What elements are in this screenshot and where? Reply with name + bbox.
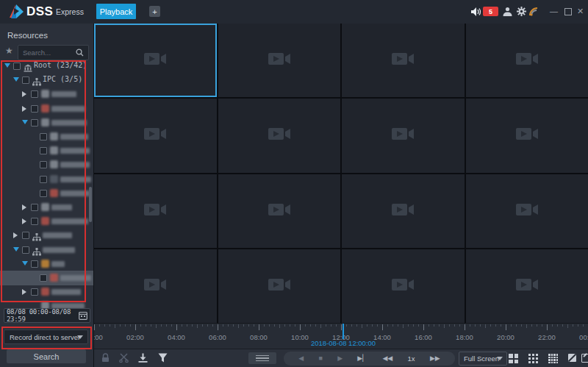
clip-scissors-icon[interactable] [119, 353, 129, 363]
expand-arrow-icon[interactable] [13, 232, 18, 238]
speed-down-button[interactable]: ◀◀ [382, 355, 392, 362]
date-range-field[interactable]: 08/08 00:00-08/08 23:59 [4, 308, 90, 323]
tree-checkbox[interactable] [31, 288, 38, 296]
tree-checkbox[interactable] [31, 260, 38, 268]
expand-arrow-icon[interactable] [22, 106, 26, 112]
close-button[interactable]: ✕ [577, 7, 584, 16]
tree-checkbox[interactable] [22, 76, 29, 84]
tree-checkbox[interactable] [13, 63, 21, 70]
add-tab-button[interactable]: + [149, 6, 160, 17]
play-button[interactable]: ▶ [337, 355, 343, 362]
device-tree[interactable]: Root (23/42)IPC (3/5) [0, 56, 93, 328]
settings-gear-icon[interactable] [517, 7, 526, 16]
alarm-speaker-icon[interactable] [471, 7, 482, 16]
video-tile-2[interactable] [218, 24, 341, 97]
video-tile-15[interactable] [342, 249, 465, 323]
tree-item-redacted[interactable] [0, 143, 93, 157]
no-video-camera-icon [268, 277, 291, 295]
tree-checkbox[interactable] [31, 90, 38, 98]
expand-arrow-icon[interactable] [22, 218, 26, 224]
split-16-button[interactable] [548, 354, 558, 363]
video-tile-12[interactable] [466, 174, 588, 248]
tree-item-redacted[interactable] [0, 200, 93, 214]
alarm-count-badge[interactable]: 5 [483, 7, 498, 16]
tree-scrollbar[interactable] [89, 187, 92, 222]
tree-item-redacted[interactable] [0, 101, 93, 115]
timeline-scrubber[interactable]: 00:0002:0004:0006:0008:0010:0012:0014:00… [94, 323, 588, 349]
video-tile-7[interactable] [342, 99, 465, 172]
tree-checkbox[interactable] [31, 105, 38, 113]
tree-item-redacted[interactable] [0, 228, 93, 242]
favorites-star-icon[interactable]: ★ [5, 46, 13, 56]
lock-icon[interactable] [101, 353, 110, 363]
tree-item-redacted[interactable] [0, 115, 93, 129]
calendar-icon[interactable] [79, 311, 87, 320]
video-tile-5[interactable] [94, 99, 217, 172]
device-blur-orange [41, 260, 49, 268]
collapse-arrow-icon[interactable] [13, 247, 19, 252]
tab-playback[interactable]: Playback [96, 4, 136, 19]
collapse-arrow-icon[interactable] [4, 63, 10, 68]
tree-item-root[interactable]: Root (23/42) [0, 59, 93, 73]
next-frame-button[interactable]: ▶▏ [357, 355, 368, 362]
record-source-dropdown[interactable]: Record direct to server [4, 329, 88, 344]
tree-item-redacted[interactable] [0, 186, 93, 200]
playhead-timestamp: 2018-08-08 12:00:00 [311, 339, 376, 347]
minimize-button[interactable]: — [550, 7, 558, 15]
speed-up-button[interactable]: ▶▶ [430, 355, 440, 362]
collapse-arrow-icon[interactable] [13, 77, 19, 82]
tree-checkbox[interactable] [22, 232, 29, 239]
split-9-button[interactable] [528, 354, 538, 363]
stop-button[interactable]: ■ [318, 355, 322, 362]
custom-split-button[interactable] [568, 354, 576, 362]
video-tile-1-selected[interactable] [94, 24, 217, 97]
video-tile-4[interactable] [466, 24, 588, 97]
tree-checkbox[interactable] [40, 190, 47, 197]
download-icon[interactable] [138, 353, 148, 363]
collapse-arrow-icon[interactable] [22, 120, 28, 124]
expand-arrow-icon[interactable] [22, 204, 26, 210]
tree-item-redacted[interactable] [0, 271, 93, 285]
tree-checkbox[interactable] [40, 274, 47, 282]
tree-item-redacted[interactable] [0, 129, 93, 143]
tree-checkbox[interactable] [40, 161, 47, 168]
expand-arrow-icon[interactable] [22, 289, 26, 295]
tree-item-redacted[interactable] [0, 172, 93, 186]
collapse-arrow-icon[interactable] [22, 261, 28, 266]
tree-item-redacted[interactable] [0, 214, 93, 228]
tree-item-redacted[interactable] [0, 243, 93, 257]
network-status-icon[interactable] [529, 6, 540, 16]
user-icon[interactable] [503, 7, 512, 16]
tree-checkbox[interactable] [22, 246, 29, 254]
tree-item-redacted[interactable] [0, 87, 93, 101]
filter-icon[interactable] [158, 353, 168, 363]
video-tile-10[interactable] [218, 174, 341, 248]
tree-checkbox[interactable] [40, 147, 47, 154]
video-tile-16[interactable] [466, 249, 588, 323]
expand-arrow-icon[interactable] [22, 91, 26, 97]
maximize-button[interactable] [564, 8, 572, 15]
tree-item-redacted[interactable] [0, 257, 93, 271]
video-tile-3[interactable] [342, 24, 465, 97]
tree-checkbox[interactable] [40, 176, 47, 183]
tree-checkbox[interactable] [31, 218, 38, 225]
tree-item-ipc[interactable]: IPC (3/5) [0, 73, 93, 87]
tree-item-redacted[interactable] [0, 285, 93, 299]
tree-item-redacted[interactable] [0, 157, 93, 171]
tree-checkbox[interactable] [31, 204, 38, 211]
video-tile-14[interactable] [218, 249, 341, 323]
video-tile-11[interactable] [342, 174, 465, 248]
search-records-button[interactable]: Search [7, 349, 86, 363]
tree-checkbox[interactable] [40, 133, 47, 140]
video-tile-9[interactable] [94, 174, 217, 248]
tree-checkbox[interactable] [31, 119, 38, 127]
reverse-play-button[interactable]: ◀ [298, 355, 304, 362]
split-4-button[interactable] [509, 354, 518, 363]
video-tile-13[interactable] [94, 249, 217, 323]
playhead-marker[interactable] [343, 324, 344, 339]
video-tile-6[interactable] [218, 99, 341, 172]
fullscreen-button[interactable] [581, 354, 588, 363]
record-type-legend-button[interactable] [248, 352, 276, 364]
screen-mode-dropdown[interactable]: Full Screen [459, 352, 507, 366]
video-tile-8[interactable] [466, 99, 588, 172]
